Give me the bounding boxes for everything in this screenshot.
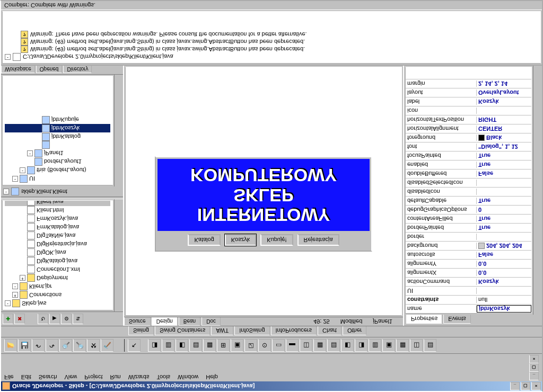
palette-tab-chart[interactable]: Chart (318, 326, 341, 335)
maximize-button[interactable]: ▢ (521, 382, 530, 390)
palette-tab-infoproducers[interactable]: InfoProducers (271, 326, 317, 335)
tree-node[interactable]: jbtnKatalog (5, 133, 110, 141)
mdi-close-button[interactable]: × (529, 355, 539, 363)
project-navigator[interactable]: -Sklep.jws+Connections-Klient.jpr+Deploy… (2, 201, 113, 311)
tree-node[interactable]: Klient.html (5, 206, 110, 215)
tree-node[interactable]: -Sklep.jws (5, 299, 110, 308)
tree-node[interactable]: Klient.java (5, 201, 110, 207)
property-row[interactable]: foregroundBlack (406, 133, 531, 142)
menu-view[interactable]: View (65, 355, 77, 380)
tree-node[interactable]: Connection1.xml (5, 265, 110, 274)
palette-tab-swing[interactable]: Swing (128, 326, 154, 335)
palette-icon[interactable]: ▭ (272, 339, 285, 352)
menu-tools[interactable]: Tools (156, 355, 170, 380)
expand-toggle[interactable]: - (3, 189, 9, 195)
redo-icon[interactable]: ↷ (46, 339, 58, 352)
property-inspector[interactable]: namejbtnKoszykconstraintsnullUIactionCom… (405, 67, 532, 314)
palette-tab-infoswing[interactable]: InfoSwing (234, 326, 269, 335)
menu-window[interactable]: Window (178, 355, 198, 380)
nav-run-icon[interactable]: ▶ (49, 314, 60, 324)
make-icon[interactable]: 🔨 (101, 339, 113, 352)
palette-icon[interactable]: ▦ (396, 339, 409, 352)
tab-opened[interactable]: Opened (36, 66, 63, 73)
property-row[interactable]: focusPaintedTrue (406, 151, 531, 160)
property-row[interactable]: labelKoszyk (406, 97, 531, 106)
close-button[interactable]: × (531, 382, 541, 390)
palette-icon[interactable]: ▤ (327, 339, 340, 352)
mdi-maximize-button[interactable]: ▢ (529, 363, 539, 372)
tree-node[interactable]: FrmKatalog.java (5, 223, 110, 231)
property-row[interactable]: namejbtnKoszyk (406, 304, 531, 313)
warning-item[interactable]: ?Warning: (49) method setLabel(java.lang… (5, 38, 538, 46)
property-row[interactable]: horizontalTextPositionRIGHT (406, 115, 531, 124)
property-row[interactable]: background204, 204, 204 (406, 241, 531, 250)
property-row[interactable]: border (406, 232, 531, 241)
palette-icon[interactable]: ▥ (369, 339, 381, 352)
structure-pane[interactable]: -UI-this (BorderLayout)borderLayout1-jPa… (2, 76, 113, 186)
tree-node[interactable]: jbtnKupuje (5, 116, 110, 124)
palette-icon[interactable]: ☑ (244, 339, 257, 352)
property-row[interactable]: autoscrollsFalse (406, 250, 531, 259)
search-icon[interactable]: 🔍 (59, 339, 72, 352)
property-row[interactable]: borderPaintedTrue (406, 223, 531, 232)
palette-icon[interactable]: ▣ (231, 339, 243, 352)
palette-icon[interactable]: ▬ (286, 339, 299, 352)
tree-node[interactable] (5, 141, 110, 149)
palette-icon[interactable]: ▦ (313, 339, 326, 352)
tree-node[interactable]: DlgOK.java (5, 248, 110, 257)
menu-edit[interactable]: Edit (21, 355, 31, 380)
button-kupuje[interactable]: Kupuję! (260, 234, 293, 246)
nav-sort-icon[interactable]: ⇅ (73, 314, 83, 324)
tree-node[interactable]: -Klient.jpr (5, 282, 110, 291)
nav-add-icon[interactable]: ✚ (3, 314, 13, 324)
property-row[interactable]: icon (406, 106, 531, 115)
warning-item[interactable]: ?Warning: There have been deprecation wa… (5, 31, 538, 38)
nav-filter-icon[interactable]: ⚙ (61, 314, 72, 324)
menu-search[interactable]: Search (39, 355, 57, 380)
menu-project[interactable]: Project (84, 355, 102, 380)
button-koszyk[interactable]: Koszyk (225, 234, 256, 246)
property-row[interactable]: debugGraphicsOptions0 (406, 205, 531, 214)
property-row[interactable]: horizontalAlignmentCENTER (406, 124, 531, 133)
tab-events[interactable]: Events (443, 315, 471, 324)
button-katalog[interactable]: Katalog (188, 234, 220, 246)
tree-node[interactable]: +Connections (5, 291, 110, 299)
property-row[interactable]: disabledIcon (406, 187, 531, 196)
splitter[interactable] (1, 197, 123, 200)
property-row[interactable]: UI (406, 286, 531, 295)
tab-bean[interactable]: Bean (179, 317, 200, 326)
property-row[interactable]: disabledSelectedIcon (406, 178, 531, 187)
property-row[interactable]: actionCommandKoszyk (406, 277, 531, 286)
palette-icon[interactable]: ◫ (300, 339, 312, 352)
palette-icon[interactable]: ▣ (382, 339, 395, 352)
palette-icon[interactable]: ▥ (162, 339, 174, 352)
scrollbar[interactable] (114, 75, 123, 187)
property-row[interactable]: alignmentX0.0 (406, 268, 531, 277)
menu-run[interactable]: Run (110, 355, 120, 380)
property-row[interactable]: constraintsnull (406, 295, 531, 304)
tab-workspace[interactable]: Workspace (1, 66, 35, 73)
tree-node[interactable]: FrmKoszyk.java (5, 215, 110, 223)
palette-icon[interactable]: ◨ (355, 339, 367, 352)
property-row[interactable]: contentAreaFilledTrue (406, 214, 531, 223)
palette-icon[interactable]: ◫ (410, 339, 423, 352)
tree-node[interactable]: -this (BorderLayout) (5, 166, 110, 175)
palette-icon[interactable]: ⊞ (217, 339, 230, 352)
menu-help[interactable]: Help (206, 355, 218, 380)
tab-properties[interactable]: Properties (406, 315, 442, 324)
tree-node[interactable]: -UI (5, 175, 110, 183)
tab-source[interactable]: Source (124, 317, 151, 326)
menu-wizards[interactable]: Wizards (128, 355, 150, 380)
pointer-icon[interactable]: ↖ (128, 339, 141, 352)
tree-node[interactable]: -jPanel1 (5, 149, 110, 158)
replace-icon[interactable]: 🔎 (73, 339, 86, 352)
palette-tab-other[interactable]: Other (343, 326, 367, 335)
rebuild-icon[interactable]: ⚒ (87, 339, 100, 352)
tab-doc[interactable]: Doc (202, 317, 221, 326)
form-preview[interactable]: Katalog Koszyk Kupuję! Rejestracja INTER… (155, 156, 372, 252)
palette-icon[interactable]: ◧ (341, 339, 354, 352)
property-row[interactable]: font"Dialog", 1, 12 (406, 142, 531, 151)
palette-icon[interactable]: ▤ (424, 339, 436, 352)
open-icon[interactable]: 📂 (4, 339, 17, 352)
warning-item[interactable]: ?Warning: (49) method setLabel(java.lang… (5, 46, 538, 53)
